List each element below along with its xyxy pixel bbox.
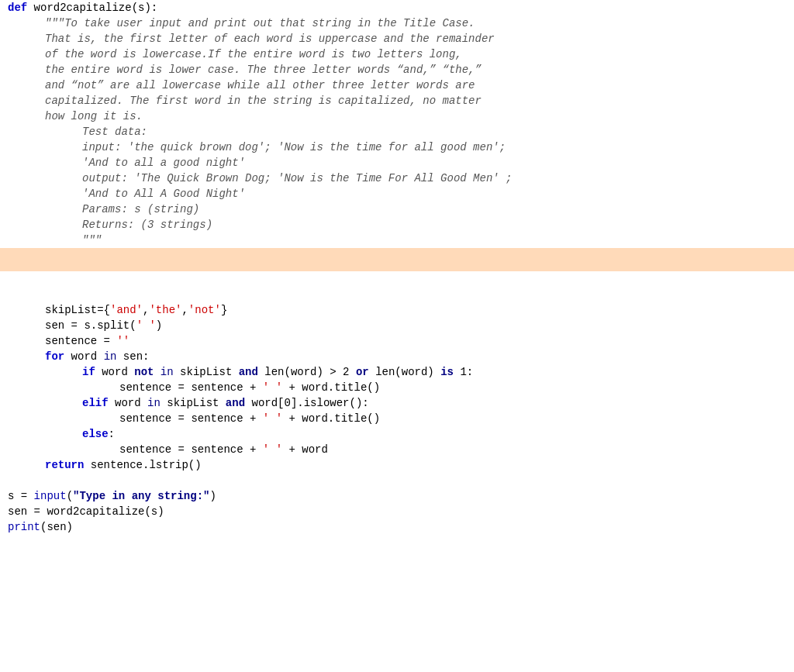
line-2: """To take user input and print out that… [0,16,794,31]
line-13: 'And to All A Good Night' [0,186,794,202]
line-26: sentence = sentence + ' ' + word [0,442,794,457]
code-editor: def word2capitalize(s):"""To take user i… [0,0,794,672]
line-8: how long it is. [0,109,794,124]
line-17: skipList={'and','the','not'} [0,302,794,318]
line-6: and “not” are all lowercase while all ot… [0,78,794,93]
line-16: """ [0,233,794,248]
line-4: of the word is lowercase.If the entire w… [0,47,794,62]
line-27: return sentence.lstrip() [0,457,794,473]
line-7: capitalized. The first word in the strin… [0,93,794,109]
line-11: 'And to all a good night' [0,155,794,171]
line-25: else: [0,426,794,442]
line-blank [0,271,794,287]
line-23: elif word in skipList and word[0].islowe… [0,395,794,411]
line-20: for word in sen: [0,349,794,364]
line-14: Params: s (string) [0,202,794,217]
line-15: Returns: (3 strings) [0,217,794,233]
line-12: output: 'The Quick Brown Dog; 'Now is th… [0,171,794,186]
line-21: if word not in skipList and len(word) > … [0,364,794,380]
line-blank2 [0,287,794,302]
line-29: sen = word2capitalize(s) [0,504,794,519]
line-19: sentence = '' [0,333,794,349]
line-22: sentence = sentence + ' ' + word.title() [0,380,794,395]
line-1: def word2capitalize(s): [0,0,794,16]
line-blank3 [0,473,794,488]
line-10: input: 'the quick brown dog'; 'Now is th… [0,140,794,155]
line-18: sen = s.split(' ') [0,318,794,333]
line-30: print(sen) [0,519,794,535]
line-9: Test data: [0,124,794,140]
line-24: sentence = sentence + ' ' + word.title() [0,411,794,426]
line-5: the entire word is lower case. The three… [0,62,794,78]
line-3: That is, the first letter of each word i… [0,31,794,47]
line-28: s = input("Type in any string:") [0,488,794,504]
line-highlight [0,248,794,271]
